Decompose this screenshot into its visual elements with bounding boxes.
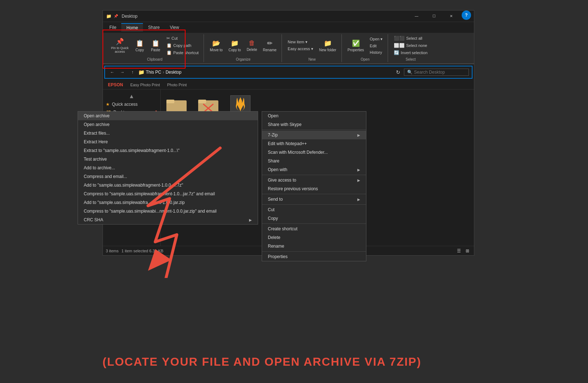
search-box[interactable]: 🔍 bbox=[404, 69, 469, 76]
tab-view[interactable]: View bbox=[165, 23, 184, 31]
cm-share[interactable]: Share bbox=[262, 157, 366, 165]
copy-path-button[interactable]: 📋 Copy path bbox=[164, 42, 201, 49]
new-item-button[interactable]: New item ▾ bbox=[286, 39, 315, 45]
cm-7zip-add-archive[interactable]: Add to archive... bbox=[78, 164, 258, 172]
properties-button[interactable]: ✅ Properties bbox=[345, 38, 366, 53]
copy-path-icon: 📋 bbox=[166, 43, 172, 48]
bottom-annotation-text: (Locate your file and open archive via 7… bbox=[103, 355, 421, 369]
forward-button[interactable]: → bbox=[118, 68, 127, 77]
cm-rename[interactable]: Rename bbox=[262, 242, 366, 251]
title-bar-icons: 📁 📌 bbox=[106, 13, 119, 19]
cm-open[interactable]: Open bbox=[262, 112, 366, 120]
clipboard-stack: ✂ Cut 📋 Copy path 📋 Paste shortcut bbox=[164, 35, 201, 56]
cm-sep-6 bbox=[262, 251, 366, 252]
select-items: ⬛⬛ Select all ⬜⬜ Select none 🔄 Invert se… bbox=[392, 35, 430, 56]
cm-7zip-compress-zip-email[interactable]: Compress to "sample.uas.simplewabi...nme… bbox=[78, 207, 258, 216]
rename-icon: ✏ bbox=[267, 39, 273, 47]
cm-sep-5 bbox=[262, 223, 366, 224]
cm-7zip-extract-to[interactable]: Extract to "sample.uas.simplewabfragment… bbox=[78, 146, 258, 155]
title-bar-controls: — ☐ ✕ ? bbox=[408, 10, 471, 22]
move-to-button[interactable]: 📂 Move to bbox=[208, 38, 225, 53]
easy-access-button[interactable]: Easy access ▾ bbox=[286, 46, 315, 52]
new-folder-icon: 📁 bbox=[324, 39, 332, 47]
tab-epson[interactable]: EPSON bbox=[106, 82, 125, 88]
cut-button[interactable]: ✂ Cut bbox=[164, 35, 201, 42]
items-count: 3 items bbox=[106, 249, 118, 253]
open-stack: Open ▾ Edit History bbox=[367, 36, 385, 55]
edit-button[interactable]: Edit bbox=[367, 43, 385, 49]
ribbon-group-new: New item ▾ Easy access ▾ 📁 New folder Ne… bbox=[283, 34, 342, 62]
copy-to-button[interactable]: 📁 Copy to bbox=[226, 38, 243, 53]
icons-view-button[interactable]: ⊞ bbox=[464, 247, 471, 254]
cm-cut[interactable]: Cut bbox=[262, 205, 366, 214]
maximize-button[interactable]: ☐ bbox=[426, 10, 442, 22]
copy-button[interactable]: 📋 Copy bbox=[132, 38, 147, 53]
ribbon-group-select: ⬛⬛ Select all ⬜⬜ Select none 🔄 Invert se… bbox=[389, 34, 432, 62]
back-button[interactable]: ← bbox=[108, 68, 117, 77]
minimize-button[interactable]: — bbox=[408, 10, 425, 22]
cm-give-access[interactable]: Give access to ▶ bbox=[262, 176, 366, 184]
address-path[interactable]: 📁 This PC › Desktop bbox=[138, 69, 392, 75]
sidebar-scroll-up[interactable]: ▲ bbox=[103, 92, 160, 100]
ribbon-tabs: File Home Share View bbox=[103, 22, 474, 33]
cm-7zip-compress-email[interactable]: Compress and email... bbox=[78, 172, 258, 181]
up-button[interactable]: ↑ bbox=[128, 68, 137, 77]
path-desktop: Desktop bbox=[166, 70, 182, 75]
tab-share[interactable]: Share bbox=[143, 23, 165, 31]
tab-file[interactable]: File bbox=[104, 23, 121, 31]
refresh-button[interactable]: ↻ bbox=[394, 68, 402, 77]
cm-7zip-add-7z[interactable]: Add to "sample.uas.simplewabfragment-1.0… bbox=[78, 181, 258, 190]
details-view-button[interactable]: ☰ bbox=[455, 247, 462, 254]
new-folder-button[interactable]: 📁 New folder bbox=[317, 38, 339, 53]
tab-home[interactable]: Home bbox=[121, 23, 143, 32]
sidebar-item-quick-access[interactable]: ★ Quick access bbox=[103, 100, 160, 108]
delete-icon: 🗑 bbox=[249, 39, 255, 47]
cm-properties[interactable]: Properties bbox=[262, 252, 366, 261]
paste-icon: 📋 bbox=[152, 39, 160, 47]
search-input[interactable] bbox=[414, 70, 465, 75]
tab-easy-photo[interactable]: Easy Photo Print bbox=[128, 82, 162, 88]
close-button[interactable]: ✕ bbox=[443, 10, 459, 22]
tab-photo-print[interactable]: Photo Print bbox=[165, 82, 189, 88]
delete-button[interactable]: 🗑 Delete bbox=[244, 38, 259, 53]
invert-selection-button[interactable]: 🔄 Invert selection bbox=[392, 49, 430, 56]
history-button[interactable]: History bbox=[367, 49, 385, 55]
paste-shortcut-button[interactable]: 📋 Paste shortcut bbox=[164, 49, 201, 56]
cm-sep-4 bbox=[262, 204, 366, 205]
selected-info: 1 item selected 6.31 KB bbox=[121, 249, 163, 253]
cm-7zip-open-archive-highlighted[interactable]: Open archive bbox=[78, 112, 258, 120]
cm-7zip-compress-7z-email[interactable]: Compress to "sample.uas.simplewabfragmen… bbox=[78, 190, 258, 198]
open-button[interactable]: Open ▾ bbox=[367, 36, 385, 42]
7zip-arrow-icon: ▶ bbox=[357, 133, 360, 137]
pin-to-quick-button[interactable]: 📌 Pin to Quick access bbox=[109, 36, 131, 55]
path-this-pc: This PC bbox=[146, 70, 161, 75]
cm-7zip-crc-sha[interactable]: CRC SHA ▶ bbox=[78, 216, 258, 224]
cm-7zip-open-archive[interactable]: Open archive bbox=[78, 120, 258, 129]
help-button[interactable]: ? bbox=[462, 10, 471, 20]
cm-delete[interactable]: Delete bbox=[262, 233, 366, 242]
select-none-button[interactable]: ⬜⬜ Select none bbox=[392, 42, 430, 49]
cm-7zip-add-zip[interactable]: Add to "sample.uas.simplewabfra...ment-1… bbox=[78, 198, 258, 207]
svg-rect-1 bbox=[166, 100, 174, 103]
pin-icon: 📌 bbox=[116, 38, 124, 45]
cm-send-to[interactable]: Send to ▶ bbox=[262, 195, 366, 204]
organize-items: 📂 Move to 📁 Copy to 🗑 Delete ✏ Rename bbox=[208, 35, 279, 56]
cut-icon: ✂ bbox=[166, 36, 170, 41]
cm-7zip[interactable]: 7-Zip ▶ bbox=[262, 131, 366, 139]
cm-create-shortcut[interactable]: Create shortcut bbox=[262, 225, 366, 233]
cm-7zip-test[interactable]: Test archive bbox=[78, 155, 258, 164]
cm-copy[interactable]: Copy bbox=[262, 214, 366, 223]
cm-restore-versions[interactable]: Restore previous versions bbox=[262, 184, 366, 193]
cm-defender[interactable]: Scan with Microsoft Defender... bbox=[262, 148, 366, 157]
cm-7zip-extract-files[interactable]: Extract files... bbox=[78, 129, 258, 138]
clipboard-items: 📌 Pin to Quick access 📋 Copy 📋 Paste ✂ bbox=[109, 35, 201, 56]
cm-notepad[interactable]: Edit with Notepad++ bbox=[262, 139, 366, 148]
select-all-button[interactable]: ⬛⬛ Select all bbox=[392, 35, 430, 42]
paste-button[interactable]: 📋 Paste bbox=[148, 38, 163, 53]
paste-shortcut-icon: 📋 bbox=[166, 50, 172, 55]
cm-share-skype[interactable]: Share with Skype bbox=[262, 120, 366, 129]
rename-button[interactable]: ✏ Rename bbox=[261, 38, 279, 53]
cm-open-with[interactable]: Open with ▶ bbox=[262, 165, 366, 174]
ribbon: File Home Share View 📌 Pin to Quick acce… bbox=[103, 22, 474, 64]
cm-7zip-extract-here[interactable]: Extract Here bbox=[78, 138, 258, 146]
